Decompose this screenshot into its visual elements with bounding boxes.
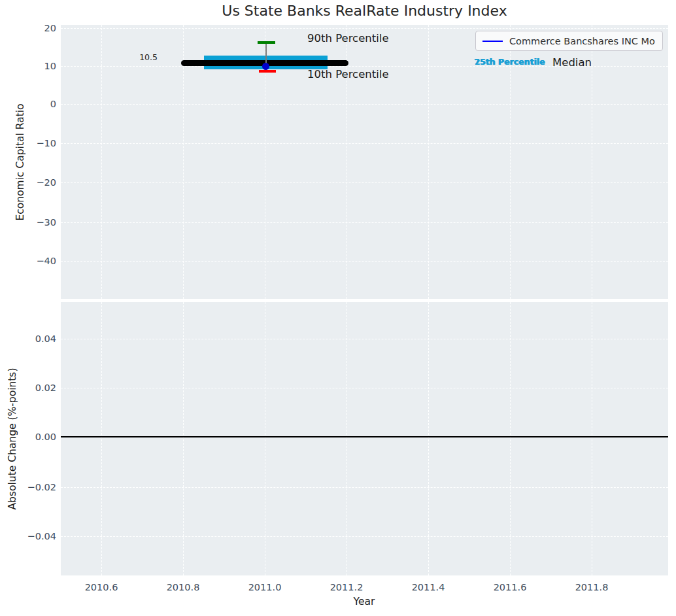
gridline-horizontal <box>61 182 668 183</box>
gridline-vertical <box>183 302 184 575</box>
gridline-horizontal <box>61 28 668 29</box>
gridline-horizontal <box>61 487 668 488</box>
y-tick-label: 0 <box>5 97 56 111</box>
y-tick-label: −30 <box>5 216 56 229</box>
x-tick-label: 2011.4 <box>402 582 454 592</box>
y-tick-label: −10 <box>5 137 56 150</box>
y-tick-label: 10 <box>5 60 56 73</box>
gridline-vertical <box>592 302 592 575</box>
x-tick-label: 2010.8 <box>157 582 209 592</box>
gridline-vertical <box>428 302 429 575</box>
x-tick-label: 2011.8 <box>566 582 618 592</box>
gridline-horizontal <box>61 261 668 262</box>
figure: Us State Banks RealRate Industry Index 1… <box>0 0 676 616</box>
x-tick-label: 2011.0 <box>239 582 291 592</box>
y-tick-label: −20 <box>5 176 56 189</box>
x-tick-label: 2011.6 <box>484 582 536 592</box>
bottom-y-axis-title: Absolute Change (%-points) <box>7 368 18 510</box>
p10-whisker-cap <box>259 70 276 73</box>
median-value-label: 10.5 <box>134 52 158 62</box>
p10-percentile-label: 10th Percentile <box>307 68 389 80</box>
x-tick-label: 2011.2 <box>320 582 373 592</box>
p90-percentile-label: 90th Percentile <box>307 32 389 44</box>
p90-whisker-cap <box>258 41 275 44</box>
gridline-vertical <box>265 302 265 575</box>
p25-percentile-label: 25th Percentile <box>475 57 545 67</box>
y-tick-label: −0.04 <box>5 530 56 543</box>
y-tick-label: 20 <box>5 22 56 35</box>
legend: Commerce Bancshares INC Mo <box>475 31 663 51</box>
top-plot-area: 10.5 90th Percentile 10th Percentile 75t… <box>61 25 668 299</box>
gridline-vertical <box>510 302 511 575</box>
bottom-plot-area <box>61 302 668 575</box>
median-label: Median <box>552 56 592 69</box>
gridline-horizontal <box>61 143 668 144</box>
gridline-horizontal <box>61 339 668 339</box>
y-tick-label: 0.04 <box>5 332 56 345</box>
company-data-point <box>262 63 269 70</box>
x-tick-label: 2010.6 <box>75 582 127 592</box>
legend-line-sample <box>482 41 503 42</box>
gridline-vertical <box>101 302 102 575</box>
legend-label: Commerce Bancshares INC Mo <box>509 36 655 46</box>
zero-reference-line <box>61 436 668 437</box>
gridline-horizontal <box>61 222 668 223</box>
gridline-vertical <box>346 302 347 575</box>
y-tick-label: −40 <box>5 254 56 267</box>
top-y-axis-title: Economic Capital Ratio <box>14 103 26 220</box>
gridline-horizontal <box>61 388 668 388</box>
gridline-horizontal <box>61 104 668 105</box>
chart-title: Us State Banks RealRate Industry Index <box>61 3 668 19</box>
gridline-horizontal <box>61 536 668 537</box>
x-axis-title: Year <box>331 596 397 607</box>
